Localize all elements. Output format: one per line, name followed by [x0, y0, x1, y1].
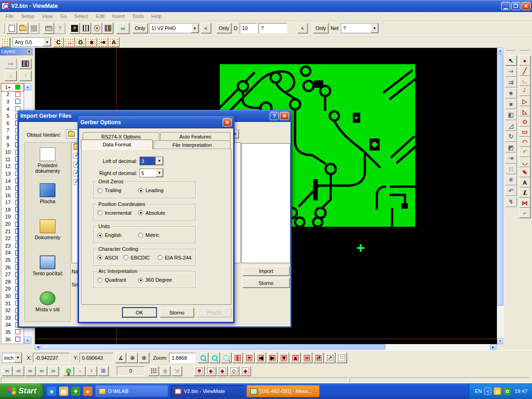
- draw-outline-icon[interactable]: ⌐: [519, 208, 531, 218]
- radio-ebcdic[interactable]: EBCDIC: [123, 255, 157, 260]
- layer-row[interactable]: 2: [1, 91, 24, 98]
- menu-edit[interactable]: Edit: [92, 12, 108, 20]
- fill-area-icon[interactable]: ■: [505, 99, 517, 109]
- place-desktop[interactable]: Plocha: [25, 183, 70, 204]
- menu-view[interactable]: View: [38, 12, 56, 20]
- layer-color-swatch[interactable]: [15, 85, 20, 90]
- grid-origin-button[interactable]: ⌊: [232, 352, 243, 363]
- flash-highlight-4-button[interactable]: ◇: [229, 366, 239, 376]
- scroll-left-icon[interactable]: ◀: [35, 344, 41, 350]
- select-text-button[interactable]: A: [109, 37, 119, 47]
- view-lines-mode-button[interactable]: ∞: [13, 366, 24, 376]
- only-net-button[interactable]: Only: [313, 23, 328, 33]
- tab-file-interpretation[interactable]: File Interpretation: [154, 140, 230, 149]
- scroll-down-icon[interactable]: ▼: [497, 338, 503, 344]
- messenger-icon[interactable]: ▤: [494, 387, 501, 395]
- import-button[interactable]: Import: [242, 266, 290, 276]
- view-draw-mode-button[interactable]: ∞: [2, 366, 12, 376]
- inspect-measure-button[interactable]: ∞: [116, 23, 129, 34]
- close-button[interactable]: ✕: [280, 112, 289, 120]
- scroll-right-icon[interactable]: ▶: [490, 344, 496, 350]
- layer-row[interactable]: 3: [1, 98, 24, 105]
- toolbar-handle[interactable]: [519, 49, 529, 50]
- firefox-icon[interactable]: ●: [83, 387, 92, 396]
- step-repeat-icon[interactable]: ∷: [505, 164, 517, 174]
- radio-metric[interactable]: Metric: [138, 232, 179, 238]
- place-my-computer[interactable]: Tento počítač: [25, 255, 70, 276]
- print-button[interactable]: [43, 23, 54, 34]
- view-filled-mode-button[interactable]: ∞: [25, 366, 36, 376]
- menu-go[interactable]: Go: [56, 12, 71, 20]
- pan-right-button[interactable]: ▶: [267, 352, 278, 363]
- radio-english[interactable]: English: [97, 232, 138, 238]
- scroll-up-icon[interactable]: ▲: [497, 48, 503, 54]
- tab-auto-features[interactable]: Auto Features: [160, 132, 230, 140]
- ie-icon[interactable]: e: [47, 387, 56, 396]
- menu-tools[interactable]: Tools: [128, 12, 148, 20]
- layer-export-button[interactable]: ↦: [5, 59, 17, 69]
- layer-combo[interactable]: 1) V2.PHO ▼: [149, 23, 199, 33]
- toolbar-handle[interactable]: [505, 49, 515, 50]
- split-window-button[interactable]: ⊞: [98, 366, 109, 376]
- highlight-view-button[interactable]: ✳: [69, 23, 80, 34]
- select-circle-button[interactable]: C: [53, 37, 64, 47]
- dcode-query-input[interactable]: ?: [259, 23, 287, 33]
- layer-down-button[interactable]: ↓: [5, 71, 17, 81]
- selection-pattern-button[interactable]: [1, 37, 10, 47]
- layer-row[interactable]: 35: [1, 328, 24, 336]
- vertical-scrollbar[interactable]: ▲ ▼: [497, 48, 504, 344]
- menu-select[interactable]: Select: [71, 12, 92, 20]
- draw-circle-icon[interactable]: ⊙: [519, 116, 531, 127]
- scroll-thumb[interactable]: [42, 344, 386, 350]
- layer-color-swatch[interactable]: [15, 329, 20, 334]
- chevron-down-icon[interactable]: ▼: [43, 38, 51, 46]
- settings-gear-icon[interactable]: ✳: [505, 175, 517, 185]
- radio-incremental[interactable]: Incremental: [97, 210, 138, 216]
- board-view-button[interactable]: [80, 23, 91, 34]
- radio-ascii[interactable]: ASCII: [97, 255, 123, 260]
- layer-color-swatch[interactable]: [15, 99, 20, 104]
- cancel-button[interactable]: Storno: [160, 308, 194, 317]
- grid-full-button[interactable]: +: [244, 352, 254, 363]
- only-layer-button[interactable]: Only: [133, 23, 148, 33]
- radio-quadrant[interactable]: Quadrant: [97, 277, 138, 283]
- place-documents[interactable]: Dokumenty: [25, 219, 70, 240]
- draw-polyline-icon[interactable]: ∟: [519, 76, 531, 86]
- selected-files-list[interactable]: [242, 143, 290, 263]
- open-file-button[interactable]: [18, 23, 28, 34]
- new-file-button[interactable]: [6, 23, 17, 34]
- lamp-probe-button[interactable]: ♀: [86, 366, 97, 376]
- chevron-down-icon[interactable]: ▼: [156, 169, 163, 177]
- context-help-button[interactable]: ?: [54, 23, 65, 34]
- draw-label-icon[interactable]: L: [519, 187, 531, 198]
- left-of-decimal-combo[interactable]: 3 ▼: [139, 157, 163, 165]
- copy-items-icon[interactable]: ⇉: [505, 77, 517, 87]
- tab-data-format[interactable]: Data Format: [81, 139, 153, 149]
- menu-file[interactable]: File: [2, 12, 18, 20]
- scroll-up-icon[interactable]: ▲: [24, 83, 31, 91]
- layer-row[interactable]: 36: [1, 336, 24, 343]
- select-flash-button[interactable]: ∗: [86, 37, 97, 47]
- close-button[interactable]: ✕: [521, 2, 531, 10]
- collapse-tray-icon[interactable]: <: [484, 387, 491, 395]
- radio-trailing[interactable]: Trailing: [97, 187, 138, 193]
- icq-flower-icon[interactable]: ✿: [503, 387, 511, 395]
- flash-highlight-1-button[interactable]: ❋: [194, 366, 205, 376]
- draw-rectangle-icon[interactable]: ▭: [519, 127, 531, 137]
- dcode-input[interactable]: 10: [240, 23, 257, 33]
- rotate-icon[interactable]: ↻: [505, 132, 517, 142]
- pan-left-button[interactable]: ◀: [255, 352, 266, 363]
- view-outline-mode-button[interactable]: ∞: [36, 366, 47, 376]
- save-file-button[interactable]: [29, 23, 39, 34]
- chevron-down-icon[interactable]: ▼: [191, 24, 199, 33]
- menu-setup[interactable]: Setup: [18, 12, 38, 20]
- chevron-down-icon[interactable]: ▼: [14, 353, 22, 363]
- zoom-value-input[interactable]: 1.8868: [169, 353, 196, 363]
- prev-layer-button[interactable]: <: [201, 23, 211, 33]
- close-icon[interactable]: ✕: [26, 49, 32, 54]
- draw-arc-icon[interactable]: ◠: [519, 137, 531, 147]
- angle-measure-button[interactable]: ∡: [115, 352, 126, 363]
- fill-solid-icon[interactable]: ■: [505, 88, 517, 98]
- move-to-icon[interactable]: ⇢: [505, 66, 517, 77]
- menu-help[interactable]: Help: [148, 12, 166, 20]
